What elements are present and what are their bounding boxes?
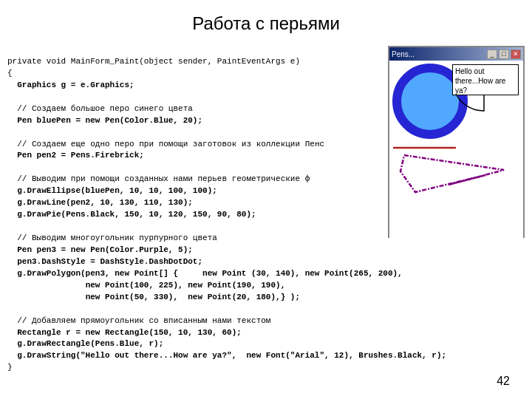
minimize-button[interactable]: _ bbox=[487, 50, 497, 59]
code-block: private void MainForm_Paint(object sende… bbox=[7, 44, 384, 374]
window-canvas: Hello out there...How are ya? bbox=[389, 61, 523, 238]
window-title-text: Pens... bbox=[392, 50, 415, 58]
maximize-button[interactable]: □ bbox=[499, 50, 509, 59]
page-number: 42 bbox=[497, 375, 510, 388]
text-box: Hello out there...How are ya? bbox=[452, 64, 519, 95]
page-title: Работа с перьями bbox=[0, 0, 532, 41]
window-controls[interactable]: _ □ ✕ bbox=[487, 50, 521, 59]
window-titlebar: Pens... _ □ ✕ bbox=[389, 47, 523, 61]
close-button[interactable]: ✕ bbox=[511, 50, 521, 59]
app-window: Pens... _ □ ✕ Hello out there...How are … bbox=[388, 46, 525, 238]
